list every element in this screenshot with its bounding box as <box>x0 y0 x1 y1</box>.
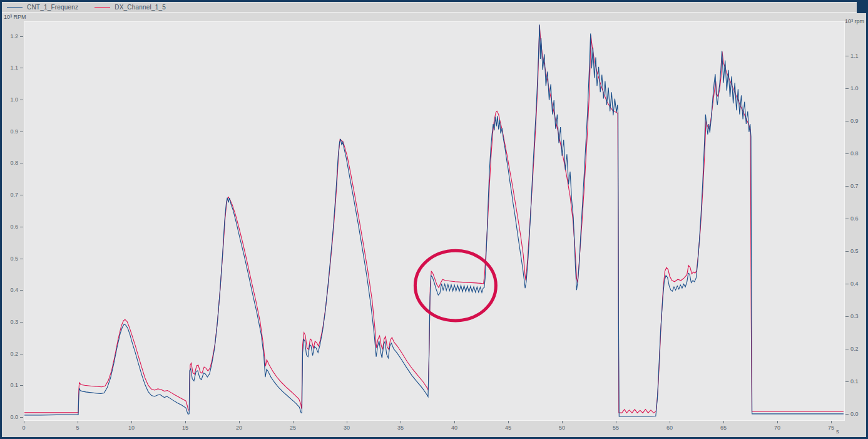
y-right-tick <box>845 349 849 349</box>
x-tick <box>78 421 78 423</box>
x-tick-label: 50 <box>553 425 571 431</box>
y-left-tick <box>20 36 23 37</box>
y-right-tick <box>845 284 849 284</box>
y-left-tick <box>20 195 23 195</box>
y-right-tick <box>845 381 849 382</box>
curve-window: CNT_1_Frequenz DX_Channel_1_5 10³ RPM 10… <box>0 0 868 439</box>
x-tick <box>239 421 240 423</box>
x-tick-label: 45 <box>499 425 518 431</box>
x-tick <box>185 421 186 423</box>
x-tick-label: 40 <box>445 425 464 431</box>
y-right-tick <box>845 88 849 89</box>
y-left-tick-label: 0.0 <box>3 415 18 420</box>
y-left-tick <box>20 100 23 100</box>
x-tick <box>723 421 724 423</box>
y-right-tick <box>845 316 849 317</box>
y-left-tick-label: 0.9 <box>3 129 18 135</box>
y-right-tick-label: 1.1 <box>850 53 865 59</box>
x-tick <box>454 421 455 423</box>
x-tick-label: 70 <box>768 425 787 431</box>
curve-plot <box>24 22 844 420</box>
y-left-tick-label: 0.7 <box>3 192 18 198</box>
x-tick-label: 20 <box>230 425 248 431</box>
y-right-tick-label: 0.9 <box>850 118 865 124</box>
y-right-tick-label: 0.3 <box>850 314 865 319</box>
y-left-tick <box>20 290 23 291</box>
x-axis-unit: s <box>836 428 839 435</box>
y-left-tick-label: 1.2 <box>3 34 18 39</box>
x-tick <box>401 421 401 423</box>
y-right-tick-label: 0.2 <box>850 346 865 352</box>
y-right-tick <box>845 251 849 252</box>
y-axis-right-unit: 10³ rpm <box>845 18 864 24</box>
x-tick-label: 15 <box>176 425 195 431</box>
y-axis-left-unit: 10³ RPM <box>4 14 26 20</box>
y-left-tick-label: 0.5 <box>3 256 18 262</box>
legend-label: CNT_1_Frequenz <box>27 4 78 11</box>
x-tick-label: 35 <box>391 425 410 431</box>
legend-line-sample-blue <box>7 7 23 8</box>
x-tick-label: 65 <box>714 425 733 431</box>
y-left-tick <box>20 417 23 418</box>
y-right-tick <box>845 186 849 187</box>
y-left-tick-label: 0.8 <box>3 160 18 166</box>
x-tick <box>831 421 832 423</box>
y-left-tick-label: 1.0 <box>3 97 18 103</box>
legend-item-dx-channel-1-5[interactable]: DX_Channel_1_5 <box>94 4 166 11</box>
series-CNT_1_Frequenz <box>24 24 844 416</box>
chart-area: 10³ RPM 10³ rpm 1.21.11.00.90.80.70.60.5… <box>2 13 866 437</box>
y-right-tick <box>845 219 849 219</box>
x-tick <box>347 421 347 423</box>
y-right-tick-label: 0.5 <box>850 249 865 254</box>
x-tick-label: 0 <box>14 425 33 431</box>
x-tick <box>616 421 616 423</box>
y-left-tick <box>20 227 23 227</box>
y-left-tick-label: 0.2 <box>3 351 18 357</box>
y-left-tick <box>20 385 23 386</box>
x-tick-label: 10 <box>122 425 141 431</box>
y-left-tick-label: 0.6 <box>3 224 18 230</box>
y-right-tick-label: 1.0 <box>850 86 865 91</box>
plot-canvas[interactable] <box>24 21 845 421</box>
y-left-tick-label: 1.1 <box>3 65 18 71</box>
x-tick-label: 60 <box>660 425 679 431</box>
y-left-tick <box>20 354 23 354</box>
x-tick <box>131 421 132 423</box>
y-left-tick-label: 0.3 <box>3 319 18 325</box>
legend-label: DX_Channel_1_5 <box>115 4 166 11</box>
y-right-tick-label: 0.1 <box>850 379 865 385</box>
y-right-tick <box>845 56 849 56</box>
x-tick-label: 5 <box>68 425 87 431</box>
y-right-tick-label: 0.8 <box>850 151 865 157</box>
y-left-tick <box>20 68 23 68</box>
y-right-tick-label: 0.7 <box>850 183 865 189</box>
x-tick-label: 55 <box>606 425 625 431</box>
y-right-tick-label: 0.4 <box>850 281 865 287</box>
y-right-tick <box>845 153 849 154</box>
y-left-tick-label: 0.1 <box>3 383 18 388</box>
x-tick <box>777 421 778 423</box>
x-tick-label: 25 <box>283 425 302 431</box>
y-right-tick <box>845 121 849 121</box>
x-tick-label: 30 <box>337 425 356 431</box>
x-tick <box>24 421 24 423</box>
y-left-tick <box>20 163 23 163</box>
annotation-circle <box>415 250 496 321</box>
y-left-tick <box>20 259 23 259</box>
y-left-tick <box>20 322 23 323</box>
y-right-tick-label: 0.0 <box>850 411 865 417</box>
x-tick <box>670 421 670 423</box>
legend-line-sample-red <box>94 7 110 8</box>
x-tick <box>562 421 563 423</box>
x-tick <box>508 421 509 423</box>
y-right-tick-label: 0.6 <box>850 216 865 222</box>
y-left-tick <box>20 132 23 132</box>
legend-item-cnt-1-frequenz[interactable]: CNT_1_Frequenz <box>7 4 78 11</box>
series-DX_Channel_1_5 <box>24 26 844 413</box>
legend-bar: CNT_1_Frequenz DX_Channel_1_5 <box>2 2 857 13</box>
x-tick <box>293 421 294 423</box>
y-right-tick <box>845 414 849 415</box>
y-left-tick-label: 0.4 <box>3 287 18 293</box>
